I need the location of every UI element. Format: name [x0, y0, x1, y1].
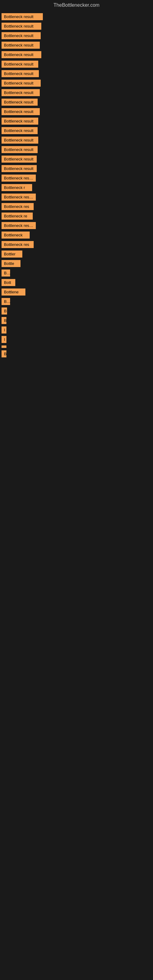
bottleneck-result-box: Bottleneck result — [2, 137, 38, 144]
bottleneck-result-box: Bottleneck result — [2, 13, 43, 20]
bottleneck-result-box: Bottleneck result — [2, 127, 38, 134]
result-item: Bottleneck result — [2, 194, 151, 200]
bottleneck-result-box: I — [2, 336, 6, 343]
result-item: Bottleneck result — [2, 13, 151, 20]
bottleneck-result-box: Bottleneck result — [2, 23, 41, 30]
result-item: Bottleneck result — [2, 99, 151, 106]
results-container: Bottleneck resultBottleneck resultBottle… — [0, 10, 153, 360]
bottleneck-result-box: B — [2, 317, 6, 324]
result-item: Bo — [2, 269, 151, 277]
bottleneck-result-box: Bottleneck result — [2, 70, 39, 77]
result-item: Bottleneck result — [2, 41, 151, 49]
result-item: Bottleneck res — [2, 241, 151, 248]
bottleneck-result-box: B — [2, 350, 6, 357]
result-item: Bottleneck result — [2, 51, 151, 58]
bottleneck-result-box: Bottleneck r — [2, 184, 32, 191]
result-item: Bottler — [2, 250, 151, 258]
result-item: Bottleneck result — [2, 127, 151, 134]
bottleneck-result-box: Bottleneck result — [2, 108, 40, 115]
bottleneck-result-box: Bo — [2, 269, 10, 277]
result-item: Bottleneck result — [2, 222, 151, 229]
bottleneck-result-box: Bottleneck result — [2, 194, 36, 200]
bottleneck-result-box: Bottler — [2, 250, 22, 258]
result-item: Bottleneck result — [2, 118, 151, 125]
result-item: Bottleneck re — [2, 213, 151, 220]
result-item: Bottleneck result — [2, 165, 151, 172]
result-item: Bo — [2, 298, 151, 305]
result-item: Bottleneck result — [2, 89, 151, 96]
bottleneck-result-box: Bottleneck result — [2, 80, 41, 87]
bottleneck-result-box: Bottleneck result — [2, 118, 38, 125]
result-item: I — [2, 336, 151, 343]
bottleneck-result-box: B — [2, 307, 7, 315]
result-item: Bottleneck result — [2, 156, 151, 162]
result-item — [2, 345, 151, 348]
result-item: Bottleneck result — [2, 137, 151, 144]
bottleneck-result-box: Bottleneck result — [2, 41, 40, 49]
result-item: Bottleneck result — [2, 70, 151, 77]
bottleneck-result-box: Bottlene — [2, 288, 26, 296]
bottleneck-result-box: Bo — [2, 298, 10, 305]
bottleneck-result-box: Bottleneck result — [2, 89, 40, 96]
bottleneck-result-box: Bottleneck res — [2, 241, 33, 248]
result-item: Bottlene — [2, 288, 151, 296]
result-item: Bottleneck result — [2, 108, 151, 115]
bottleneck-result-box: Bottleneck res — [2, 203, 33, 210]
bottleneck-result-box: Bottleneck result — [2, 146, 38, 153]
bottleneck-result-box: Bottleneck result — [2, 60, 38, 68]
bottleneck-result-box: Bottleneck re — [2, 213, 33, 220]
bottleneck-result-box: Bottleneck result — [2, 175, 36, 181]
result-item: Bott — [2, 279, 151, 286]
bottleneck-result-box — [2, 345, 6, 348]
result-item: Bottleneck res — [2, 203, 151, 210]
result-item: B — [2, 317, 151, 324]
result-item: Bottleneck result — [2, 23, 151, 30]
result-item: B — [2, 350, 151, 357]
result-item: Bottleneck result — [2, 60, 151, 68]
result-item: Bottleneck — [2, 232, 151, 239]
bottleneck-result-box: Bottleneck result — [2, 32, 41, 39]
result-item: I — [2, 326, 151, 334]
bottleneck-result-box: Bottleneck — [2, 232, 30, 239]
bottleneck-result-box: Bottleneck result — [2, 51, 41, 58]
result-item: Bottleneck result — [2, 80, 151, 87]
result-item: Bottleneck result — [2, 32, 151, 39]
result-item: Bottleneck r — [2, 184, 151, 191]
bottleneck-result-box: Bottleneck result — [2, 165, 37, 172]
result-item: B — [2, 307, 151, 315]
bottleneck-result-box: Bott — [2, 279, 15, 286]
bottleneck-result-box: Bottleneck result — [2, 99, 38, 106]
result-item: Bottle — [2, 260, 151, 267]
result-item: Bottleneck result — [2, 146, 151, 153]
bottleneck-result-box: Bottleneck result — [2, 222, 36, 229]
bottleneck-result-box: Bottleneck result — [2, 156, 37, 162]
result-item: Bottleneck result — [2, 175, 151, 181]
site-title: TheBottlenecker.com — [0, 0, 153, 10]
bottleneck-result-box: Bottle — [2, 260, 21, 267]
bottleneck-result-box: I — [2, 326, 6, 334]
